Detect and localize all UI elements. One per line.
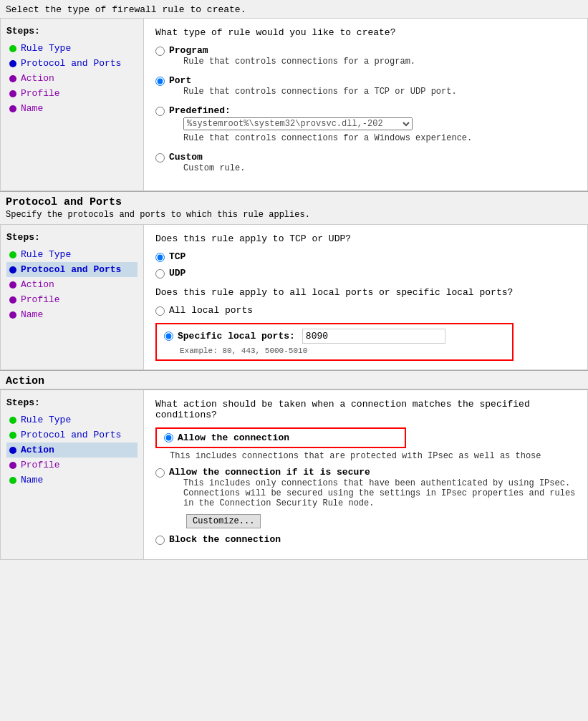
radio-specificports[interactable]: [164, 332, 173, 341]
sidebar1-item-action[interactable]: Action: [6, 71, 138, 86]
dot2-blue-1: [9, 266, 16, 274]
dot3-green-2: [9, 432, 16, 439]
label-specificports[interactable]: Specific local ports:: [178, 331, 295, 342]
sidebar2-item-protocol[interactable]: Protocol and Ports: [6, 262, 138, 277]
label-udp[interactable]: UDP: [169, 268, 185, 279]
specific-ports-row: Specific local ports:: [164, 329, 505, 344]
option-block: Block the connection: [155, 534, 576, 545]
section1-question: What type of rule would you like to crea…: [155, 27, 576, 38]
radio-allow-secure[interactable]: [155, 468, 165, 478]
option-custom: Custom Custom rule.: [155, 152, 576, 176]
section3-steps-label: Steps:: [6, 397, 138, 408]
sidebar2-item-name[interactable]: Name: [6, 307, 138, 322]
allow-connection-box: Allow the connection: [155, 427, 406, 448]
option-udp: UDP: [155, 268, 576, 279]
sidebar2-item-profile[interactable]: Profile: [6, 292, 138, 307]
section2-subtitle: Specify the protocols and ports to which…: [0, 210, 588, 224]
label-block[interactable]: Block the connection: [169, 534, 281, 545]
option-predefined: Predefined: %systemroot%\system32\provsv…: [155, 105, 576, 146]
specific-ports-container: Specific local ports: Example: 80, 443, …: [155, 323, 514, 361]
dot-blue-1: [9, 60, 16, 67]
section3-question: What action should be taken when a conne…: [155, 399, 576, 420]
section1-steps-label: Steps:: [6, 26, 138, 37]
option-allports: All local ports: [155, 305, 576, 316]
dot3-green-1: [9, 417, 16, 424]
sidebar3-item-action[interactable]: Action: [6, 442, 138, 458]
section3-main: What action should be taken when a conne…: [144, 390, 587, 559]
label-allports[interactable]: All local ports: [169, 305, 253, 316]
dot3-purple-1: [9, 462, 16, 469]
label-allow-secure[interactable]: Allow the connection if it is secure: [169, 467, 370, 478]
allow-connection-row: Allow the connection: [164, 432, 397, 443]
sidebar1-label-ruletype: Rule Type: [21, 43, 71, 54]
top-instruction: Select the type of firewall rule to crea…: [0, 0, 588, 18]
sidebar3-label-name: Name: [21, 475, 43, 485]
label-tcp[interactable]: TCP: [169, 251, 185, 262]
dot2-green-1: [9, 251, 16, 258]
sidebar3-label-protocol: Protocol and Ports: [21, 430, 121, 440]
dot3-blue-1: [9, 447, 16, 454]
sidebar3-item-name[interactable]: Name: [6, 473, 138, 488]
sidebar3-label-profile: Profile: [21, 460, 60, 470]
dot3-green-3: [9, 477, 16, 484]
section2: Steps: Rule Type Protocol and Ports Acti…: [0, 224, 588, 370]
radio-block[interactable]: [155, 536, 165, 545]
sidebar2-label-ruletype: Rule Type: [21, 249, 71, 260]
customize-button[interactable]: Customize...: [186, 514, 261, 528]
sidebar2-label-name: Name: [21, 309, 43, 320]
sidebar3-label-action: Action: [21, 445, 54, 455]
section3: Steps: Rule Type Protocol and Ports Acti…: [0, 389, 588, 560]
sidebar2-item-ruletype[interactable]: Rule Type: [6, 247, 138, 262]
section1: Steps: Rule Type Protocol and Ports Acti…: [0, 18, 588, 191]
sidebar2-label-protocol: Protocol and Ports: [21, 264, 121, 275]
radio-program[interactable]: [155, 47, 165, 56]
sidebar1-label-name: Name: [21, 103, 43, 114]
dot2-purple-1: [9, 281, 16, 289]
radio-predefined[interactable]: [155, 107, 165, 116]
section2-title: Protocol and Ports: [0, 191, 588, 210]
ports-value-input[interactable]: [302, 329, 445, 344]
section2-steps-label: Steps:: [6, 232, 138, 243]
dot-purple-1: [9, 75, 16, 82]
sidebar3-item-profile[interactable]: Profile: [6, 458, 138, 473]
sidebar2-item-action[interactable]: Action: [6, 277, 138, 292]
dot-purple-2: [9, 90, 16, 97]
desc-custom: Custom rule.: [183, 163, 245, 173]
sidebar1-item-name[interactable]: Name: [6, 101, 138, 116]
sidebar1-label-action: Action: [21, 73, 54, 84]
section1-main: What type of rule would you like to crea…: [144, 19, 587, 190]
sidebar3-item-ruletype[interactable]: Rule Type: [6, 412, 138, 427]
sidebar1-item-profile[interactable]: Profile: [6, 86, 138, 101]
radio-udp[interactable]: [155, 269, 165, 279]
sidebar1-item-protocol[interactable]: Protocol and Ports: [6, 56, 138, 71]
sidebar2-label-profile: Profile: [21, 294, 60, 305]
desc-allow-secure: This includes only connections that have…: [183, 478, 576, 508]
section1-sidebar: Steps: Rule Type Protocol and Ports Acti…: [1, 19, 144, 190]
desc-predefined: Rule that controls connections for a Win…: [183, 133, 472, 143]
sidebar1-item-ruletype[interactable]: Rule Type: [6, 41, 138, 56]
predefined-select-wrapper: %systemroot%\system32\provsvc.dll,-202: [183, 117, 472, 130]
radio-custom[interactable]: [155, 153, 165, 163]
ports-example: Example: 80, 443, 5000-5010: [180, 347, 505, 355]
label-program[interactable]: Program: [169, 45, 208, 56]
label-allow[interactable]: Allow the connection: [178, 432, 289, 443]
radio-port[interactable]: [155, 77, 165, 86]
label-custom[interactable]: Custom: [169, 152, 203, 163]
label-port[interactable]: Port: [169, 75, 191, 86]
dot2-purple-3: [9, 311, 16, 319]
sidebar1-label-profile: Profile: [21, 88, 60, 99]
dot-purple-3: [9, 105, 16, 112]
sidebar3-label-ruletype: Rule Type: [21, 415, 71, 425]
predefined-dropdown[interactable]: %systemroot%\system32\provsvc.dll,-202: [183, 117, 413, 130]
option-tcp: TCP: [155, 251, 576, 262]
desc-allow: This includes connections that are prote…: [170, 451, 576, 461]
radio-allow[interactable]: [164, 433, 173, 442]
radio-allports[interactable]: [155, 306, 165, 316]
sidebar3-item-protocol[interactable]: Protocol and Ports: [6, 427, 138, 442]
option-allow-secure: Allow the connection if it is secure Thi…: [155, 467, 576, 528]
desc-program: Rule that controls connections for a pro…: [183, 57, 415, 67]
label-predefined[interactable]: Predefined:: [169, 105, 231, 116]
sidebar2-label-action: Action: [21, 279, 54, 290]
option-port: Port Rule that controls connections for …: [155, 75, 576, 100]
radio-tcp[interactable]: [155, 253, 165, 262]
